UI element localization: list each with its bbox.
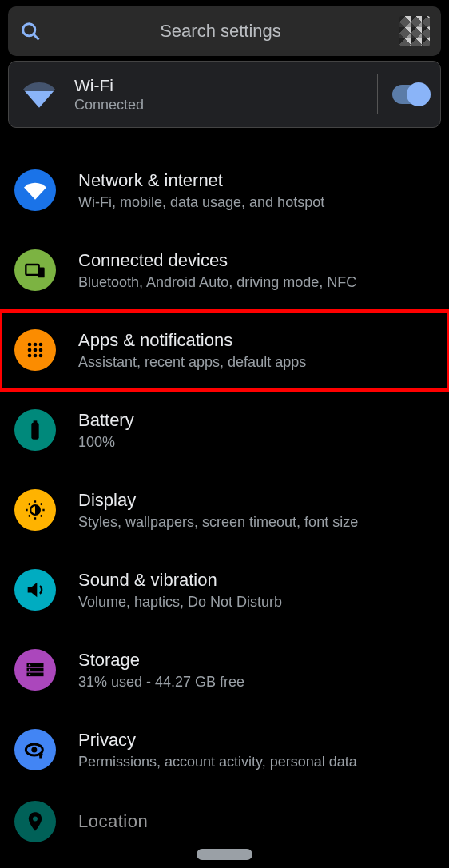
svg-rect-25 bbox=[39, 755, 42, 759]
svg-point-0 bbox=[23, 24, 35, 36]
item-title: Privacy bbox=[78, 730, 357, 751]
search-icon bbox=[19, 20, 42, 42]
item-sub: Wi-Fi, mobile, data usage, and hotspot bbox=[78, 194, 324, 211]
item-title: Location bbox=[78, 811, 148, 832]
wifi-title: Wi-Fi bbox=[74, 76, 363, 95]
item-sub: Assistant, recent apps, default apps bbox=[78, 354, 306, 371]
wifi-toggle[interactable] bbox=[392, 85, 429, 104]
svg-rect-13 bbox=[31, 423, 38, 440]
apps-icon bbox=[14, 329, 56, 371]
item-title: Storage bbox=[78, 650, 244, 671]
wifi-text: Wi-Fi Connected bbox=[74, 76, 363, 113]
gesture-nav-pill[interactable] bbox=[197, 849, 252, 860]
svg-point-9 bbox=[39, 348, 43, 352]
brightness-icon bbox=[14, 489, 56, 531]
wifi-icon bbox=[23, 78, 55, 110]
battery-icon bbox=[14, 409, 56, 451]
item-apps-notifications[interactable]: Apps & notifications Assistant, recent a… bbox=[0, 310, 449, 390]
item-privacy[interactable]: Privacy Permissions, account activity, p… bbox=[0, 710, 449, 790]
item-title: Sound & vibration bbox=[78, 570, 282, 591]
svg-line-1 bbox=[34, 34, 38, 39]
wifi-status: Connected bbox=[74, 97, 363, 113]
svg-rect-2 bbox=[26, 265, 38, 275]
location-icon bbox=[14, 801, 56, 842]
item-title: Network & internet bbox=[78, 170, 324, 191]
search-bar[interactable]: Search settings bbox=[8, 6, 441, 56]
svg-point-5 bbox=[34, 343, 38, 347]
svg-point-8 bbox=[34, 348, 38, 352]
svg-point-4 bbox=[28, 343, 32, 347]
item-title: Connected devices bbox=[78, 250, 356, 271]
item-sound-vibration[interactable]: Sound & vibration Volume, haptics, Do No… bbox=[0, 550, 449, 630]
settings-list: Network & internet Wi-Fi, mobile, data u… bbox=[0, 136, 449, 846]
item-battery[interactable]: Battery 100% bbox=[0, 390, 449, 470]
svg-point-10 bbox=[28, 354, 32, 358]
svg-point-21 bbox=[29, 674, 30, 675]
item-sub: 31% used - 44.27 GB free bbox=[78, 674, 244, 691]
svg-rect-14 bbox=[34, 420, 38, 424]
profile-avatar[interactable] bbox=[399, 16, 430, 46]
svg-point-19 bbox=[29, 664, 30, 666]
item-sub: Volume, haptics, Do Not Disturb bbox=[78, 594, 282, 611]
item-title: Apps & notifications bbox=[78, 330, 306, 351]
svg-point-7 bbox=[28, 348, 32, 352]
svg-point-12 bbox=[39, 354, 43, 358]
item-title: Battery bbox=[78, 410, 134, 431]
item-sub: 100% bbox=[78, 434, 134, 451]
search-placeholder: Search settings bbox=[42, 21, 399, 42]
item-connected-devices[interactable]: Connected devices Bluetooth, Android Aut… bbox=[0, 230, 449, 310]
sound-icon bbox=[14, 569, 56, 611]
svg-point-6 bbox=[39, 343, 43, 347]
item-sub: Permissions, account activity, personal … bbox=[78, 754, 357, 770]
wifi-divider bbox=[377, 74, 378, 114]
privacy-icon bbox=[14, 729, 56, 770]
svg-rect-3 bbox=[38, 268, 45, 278]
svg-point-20 bbox=[29, 669, 30, 671]
svg-point-26 bbox=[33, 817, 38, 822]
wifi-full-icon bbox=[14, 169, 56, 211]
item-location[interactable]: Location bbox=[0, 790, 449, 846]
item-sub: Styles, wallpapers, screen timeout, font… bbox=[78, 514, 358, 531]
storage-icon bbox=[14, 649, 56, 691]
svg-point-11 bbox=[34, 354, 38, 358]
item-sub: Bluetooth, Android Auto, driving mode, N… bbox=[78, 274, 356, 291]
devices-icon bbox=[14, 249, 56, 291]
svg-point-23 bbox=[31, 747, 37, 753]
item-display[interactable]: Display Styles, wallpapers, screen timeo… bbox=[0, 470, 449, 550]
wifi-quick-card[interactable]: Wi-Fi Connected bbox=[8, 61, 441, 128]
item-network-internet[interactable]: Network & internet Wi-Fi, mobile, data u… bbox=[0, 150, 449, 230]
item-storage[interactable]: Storage 31% used - 44.27 GB free bbox=[0, 630, 449, 710]
item-title: Display bbox=[78, 490, 358, 511]
